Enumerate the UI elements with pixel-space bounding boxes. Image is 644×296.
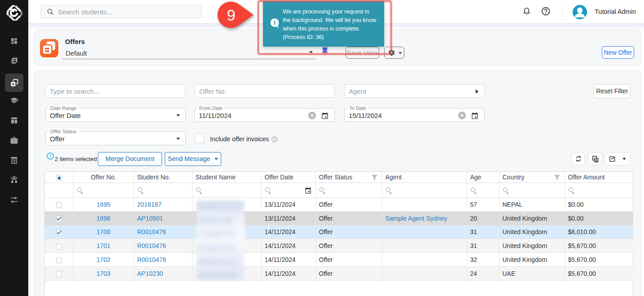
- svg-text:$: $: [13, 158, 15, 163]
- svg-text:9: 9: [227, 6, 235, 24]
